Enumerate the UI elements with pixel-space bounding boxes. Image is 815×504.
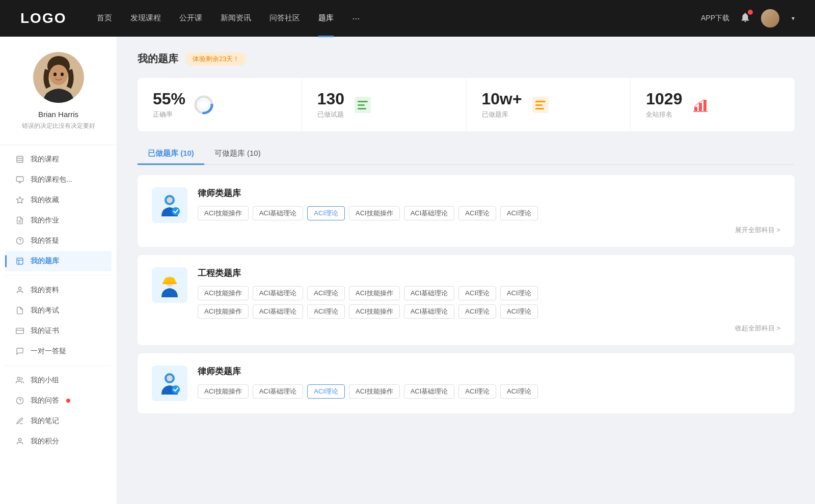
tag[interactable]: ACI基础理论 <box>404 286 455 300</box>
tag[interactable]: ACI技能操作 <box>349 206 400 220</box>
sidebar-item-courses[interactable]: 我的课程 <box>5 149 112 170</box>
tag[interactable]: ACI基础理论 <box>253 206 304 220</box>
svg-rect-36 <box>535 108 544 109</box>
nav-right: APP下载 ▾ <box>701 9 795 27</box>
list-green-icon <box>351 94 374 116</box>
qbank-title-lawyer-1: 律师类题库 <box>198 187 780 199</box>
nav-news[interactable]: 新闻资讯 <box>221 13 251 24</box>
tag[interactable]: ACI理论 <box>307 304 345 319</box>
sidebar-label-groups: 我的小组 <box>31 376 59 385</box>
homework-icon <box>15 216 24 225</box>
svg-point-4 <box>61 73 64 76</box>
qbank-icon <box>15 257 24 266</box>
tag[interactable]: ACI基础理论 <box>253 384 304 399</box>
sidebar-item-homework[interactable]: 我的作业 <box>5 210 112 231</box>
navbar: LOGO 首页 发现课程 公开课 新闻资讯 问答社区 题库 ··· APP下载 … <box>0 0 815 37</box>
tag[interactable]: ACI理论 <box>458 304 496 319</box>
stat-done-value: 130 <box>317 90 344 108</box>
stat-rank-label: 全站排名 <box>646 110 682 119</box>
tag-active[interactable]: ACI理论 <box>307 206 345 220</box>
svg-point-43 <box>172 207 180 215</box>
nav-home[interactable]: 首页 <box>97 13 112 24</box>
qbank-expand-lawyer-1[interactable]: 展开全部科目 > <box>198 226 780 235</box>
svg-rect-20 <box>16 328 24 334</box>
tag[interactable]: ACI技能操作 <box>198 206 249 220</box>
my-questions-icon <box>15 396 24 405</box>
svg-point-22 <box>17 377 20 380</box>
sidebar-item-certificates[interactable]: 我的证书 <box>5 321 112 341</box>
tag[interactable]: ACI技能操作 <box>198 286 249 300</box>
tag[interactable]: ACI技能操作 <box>198 384 249 399</box>
svg-rect-37 <box>694 107 697 111</box>
nav-qa[interactable]: 问答社区 <box>269 13 300 24</box>
app-download-button[interactable]: APP下载 <box>701 14 729 23</box>
sidebar-divider-bot <box>5 366 112 366</box>
tag[interactable]: ACI技能操作 <box>349 384 400 399</box>
tag[interactable]: ACI基础理论 <box>404 206 455 220</box>
sidebar-item-exams[interactable]: 我的考试 <box>5 300 112 321</box>
sidebar-item-one-on-one[interactable]: 一对一答疑 <box>5 341 112 361</box>
sidebar-item-questions[interactable]: 我的答疑 <box>5 231 112 251</box>
sidebar-label-favorites: 我的收藏 <box>31 195 59 205</box>
sidebar-item-favorites[interactable]: 我的收藏 <box>5 190 112 210</box>
sidebar-item-course-packages[interactable]: 我的课程包... <box>5 170 112 190</box>
tag[interactable]: ACI技能操作 <box>349 304 400 319</box>
sidebar-item-groups[interactable]: 我的小组 <box>5 370 112 390</box>
stat-done-banks: 10w+ 已做题库 <box>467 78 631 131</box>
page-layout: Brian Harris 错误的决定比没有决定要好 我的课程 我的课程包... <box>0 37 815 504</box>
nav-open-course[interactable]: 公开课 <box>179 13 202 24</box>
one-on-one-icon <box>15 347 24 356</box>
notification-bell[interactable] <box>740 12 751 25</box>
tag[interactable]: ACI理论 <box>458 206 496 220</box>
tag[interactable]: ACI理论 <box>500 384 538 399</box>
tag[interactable]: ACI理论 <box>458 286 496 300</box>
tag[interactable]: ACI理论 <box>500 304 538 319</box>
svg-rect-45 <box>162 282 177 284</box>
sidebar-item-points[interactable]: 我的积分 <box>5 431 112 452</box>
sidebar-label-my-questions: 我的问答 <box>31 396 59 405</box>
logo[interactable]: LOGO <box>20 10 66 26</box>
tag[interactable]: ACI理论 <box>458 384 496 399</box>
svg-point-3 <box>53 73 57 76</box>
svg-rect-16 <box>17 258 23 264</box>
tag-active[interactable]: ACI理论 <box>307 384 345 399</box>
favorites-icon <box>15 195 24 205</box>
main-content: 我的题库 体验剩余23天！ 55% 正确率 <box>117 37 815 504</box>
tag[interactable]: ACI基础理论 <box>404 384 455 399</box>
tab-done-banks[interactable]: 已做题库 (10) <box>138 144 204 165</box>
tag[interactable]: ACI基础理论 <box>404 304 455 319</box>
tag[interactable]: ACI理论 <box>500 286 538 300</box>
sidebar-label-exams: 我的考试 <box>31 306 59 315</box>
tag[interactable]: ACI技能操作 <box>198 304 249 319</box>
svg-point-2 <box>49 65 68 85</box>
sidebar-item-qbank[interactable]: 我的题库 <box>5 251 112 271</box>
tag[interactable]: ACI理论 <box>500 206 538 220</box>
sidebar-item-my-questions[interactable]: 我的问答 <box>5 390 112 411</box>
qbank-tags-engineer-row2: ACI技能操作 ACI基础理论 ACI理论 ACI技能操作 ACI基础理论 AC… <box>198 304 780 319</box>
accuracy-chart <box>193 94 215 116</box>
tag[interactable]: ACI基础理论 <box>253 304 304 319</box>
tab-available-banks[interactable]: 可做题库 (10) <box>204 144 271 165</box>
tag[interactable]: ACI技能操作 <box>349 286 400 300</box>
qbank-collapse-engineer-1[interactable]: 收起全部科目 > <box>198 324 780 333</box>
svg-rect-38 <box>699 103 702 111</box>
tag[interactable]: ACI基础理论 <box>253 286 304 300</box>
qbank-section-lawyer-2: 律师类题库 ACI技能操作 ACI基础理论 ACI理论 ACI技能操作 ACI基… <box>138 353 795 413</box>
page-title: 我的题库 <box>138 52 178 66</box>
sidebar-label-courses: 我的课程 <box>31 155 59 164</box>
nav-qbank[interactable]: 题库 <box>318 13 334 24</box>
svg-point-48 <box>172 385 180 394</box>
avatar[interactable] <box>761 9 779 27</box>
tag[interactable]: ACI理论 <box>307 286 345 300</box>
sidebar-item-notes[interactable]: 我的笔记 <box>5 411 112 431</box>
list-orange-icon <box>529 94 552 116</box>
certificates-icon <box>15 326 24 335</box>
svg-point-47 <box>167 375 173 381</box>
notification-badge <box>748 10 753 15</box>
stat-rank: 1029 全站排名 <box>631 78 795 131</box>
nav-discover[interactable]: 发现课程 <box>130 13 161 24</box>
sidebar-item-profile-info[interactable]: 我的资料 <box>5 280 112 300</box>
avatar-dropdown-icon[interactable]: ▾ <box>792 15 795 22</box>
svg-rect-30 <box>358 101 368 102</box>
nav-more[interactable]: ··· <box>352 13 360 24</box>
